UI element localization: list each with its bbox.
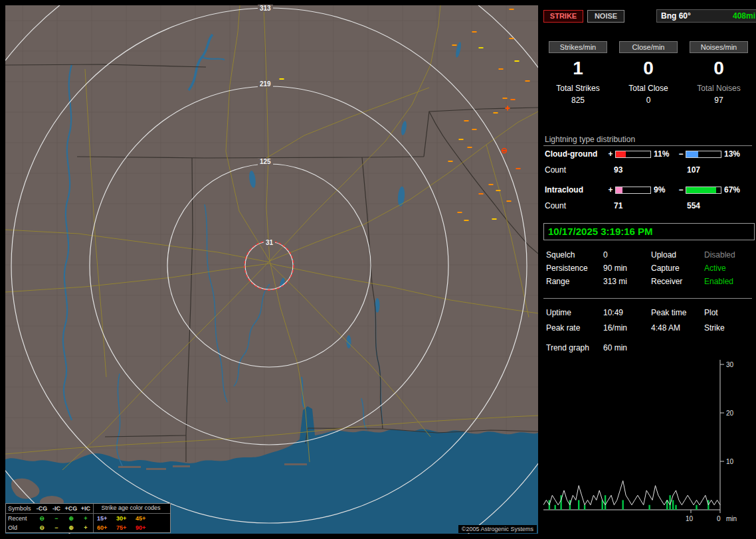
plot-label: Plot xyxy=(704,308,752,317)
cg-minus-count: 107 xyxy=(687,165,756,175)
divider xyxy=(543,145,752,146)
noises-per-min-chip: Noises/min xyxy=(690,41,748,53)
x-tick-10: 10 xyxy=(686,515,694,522)
cg-plus-percent: 11% xyxy=(654,149,678,159)
bearing-label: Bng 60° xyxy=(661,10,691,22)
cg-minus-percent: 13% xyxy=(724,149,748,159)
ic-plus-bar xyxy=(615,187,651,194)
legend-recent-label: Recent xyxy=(8,515,35,522)
legend-age-title: Strike age color codes xyxy=(93,504,168,513)
neg-ic-symbol: − xyxy=(49,515,64,522)
uptime-label: Uptime xyxy=(546,308,603,317)
ic-minus-count: 554 xyxy=(687,201,756,210)
bearing-readout: Bng 60° 408mi xyxy=(656,9,756,23)
close-column: Close/min 0 Total Close 0 xyxy=(614,41,683,105)
intracloud-label: Intracloud xyxy=(545,185,607,194)
pos-cg-symbol: ⊕ xyxy=(64,515,78,522)
peak-time-label: Peak time xyxy=(651,308,704,317)
legend-col-neg-cg: -CG xyxy=(35,505,49,512)
upload-status: Disabled xyxy=(704,250,752,260)
map-view[interactable]: 313 219 125 31 Symbols -CG -IC +CG +IC S… xyxy=(5,5,538,534)
age-code: 60+ xyxy=(97,524,116,531)
total-noises-value: 97 xyxy=(684,96,753,105)
map-legend: Symbols -CG -IC +CG +IC Strike age color… xyxy=(5,503,171,533)
minus-sign: − xyxy=(678,149,684,159)
total-noises-label: Total Noises xyxy=(684,84,753,93)
range-value: 313 mi xyxy=(603,277,651,286)
stats-row: Peak rate 16/min 4:48 AM Strike xyxy=(546,323,752,333)
ic-minus-bar xyxy=(686,187,721,194)
ic-minus-bar-fill xyxy=(686,187,716,193)
settings-row: Range 313 mi Receiver Enabled xyxy=(546,277,752,286)
trend-window-value: 60 min xyxy=(603,343,627,352)
peak-time-value: 4:48 AM xyxy=(651,323,704,333)
trend-label-row: Trend graph 60 min xyxy=(546,343,627,352)
range-label: Range xyxy=(546,277,603,286)
noises-column: Noises/min 0 Total Noises 97 xyxy=(684,41,753,105)
close-per-min-value: 0 xyxy=(614,57,683,80)
y-tick-30: 30 xyxy=(726,361,734,368)
neg-cg-symbol: ⊖ xyxy=(35,524,49,531)
range-ring-label: 125 xyxy=(258,158,273,165)
total-close-value: 0 xyxy=(614,96,683,105)
total-close-label: Total Close xyxy=(614,84,683,93)
pos-ic-symbol: + xyxy=(78,515,93,522)
x-tick-0: 0 xyxy=(717,515,721,522)
bearing-distance: 408mi xyxy=(733,10,755,22)
count-label: Count xyxy=(545,201,614,210)
strikes-column: Strikes/min 1 Total Strikes 825 xyxy=(543,41,613,105)
minus-sign: − xyxy=(678,185,684,194)
capture-label: Capture xyxy=(651,264,704,273)
squelch-label: Squelch xyxy=(546,250,603,260)
cloud-ground-label: Cloud-ground xyxy=(545,149,607,159)
datetime-display: 10/17/2025 3:19:16 PM xyxy=(543,223,755,240)
trend-green-bars xyxy=(549,495,709,510)
y-tick-10: 10 xyxy=(726,458,734,465)
legend-header-row: Symbols -CG -IC +CG +IC Strike age color… xyxy=(6,504,170,514)
legend-recent-ages: 15+ 30+ 45+ xyxy=(93,514,168,523)
x-unit-label: min xyxy=(726,515,737,522)
legend-col-pos-ic: +IC xyxy=(78,505,93,512)
total-strikes-label: Total Strikes xyxy=(543,84,613,93)
trend-graph: 30 20 10 10 0 min xyxy=(543,357,743,530)
cg-plus-bar xyxy=(615,151,651,158)
plus-sign: + xyxy=(607,185,614,194)
legend-recent-row: Recent ⊖ − ⊕ + 15+ 30+ 45+ xyxy=(6,514,170,523)
side-panel: STRIKE NOISE Bng 60° 408mi Strikes/min 1… xyxy=(542,0,756,539)
ic-plus-bar-fill xyxy=(616,187,622,193)
receiver-label: Receiver xyxy=(651,277,704,286)
range-ring-label: 31 xyxy=(264,239,275,246)
plot-mode-value: Strike xyxy=(704,323,752,333)
upload-label: Upload xyxy=(651,250,704,260)
strike-button[interactable]: STRIKE xyxy=(543,10,583,23)
pos-ic-symbol: + xyxy=(78,524,93,531)
settings-row: Squelch 0 Upload Disabled xyxy=(546,250,752,260)
pos-cg-symbol: ⊕ xyxy=(64,524,78,531)
peak-rate-label: Peak rate xyxy=(546,323,603,333)
legend-old-ages: 60+ 75+ 90+ xyxy=(93,523,168,532)
age-code: 15+ xyxy=(97,515,116,522)
capture-status: Active xyxy=(704,264,752,273)
cg-plus-count: 93 xyxy=(614,165,687,175)
settings-row: Persistence 90 min Capture Active xyxy=(546,264,752,273)
cg-plus-bar-fill xyxy=(616,151,626,157)
cg-count-row: Count 93 107 xyxy=(545,165,756,175)
uptime-value: 10:49 xyxy=(603,308,651,317)
stats-row: Uptime 10:49 Peak time Plot xyxy=(546,308,752,317)
neg-ic-symbol: − xyxy=(49,524,64,531)
strikes-per-min-chip: Strikes/min xyxy=(549,41,607,53)
distribution-title: Lightning type distribution xyxy=(545,135,635,144)
noise-button[interactable]: NOISE xyxy=(587,10,624,23)
range-ring-label: 313 xyxy=(258,5,273,12)
ic-plus-percent: 9% xyxy=(654,185,678,194)
legend-col-pos-cg: +CG xyxy=(64,505,78,512)
cg-minus-bar-fill xyxy=(686,151,698,157)
close-per-min-chip: Close/min xyxy=(619,41,678,53)
squelch-value: 0 xyxy=(603,250,651,260)
neg-cg-symbol: ⊖ xyxy=(35,515,49,522)
age-code: 30+ xyxy=(116,515,136,522)
intracloud-row: Intracloud + 9% − 67% xyxy=(545,185,755,194)
strikes-per-min-value: 1 xyxy=(543,57,613,80)
range-ring-label: 219 xyxy=(258,80,273,88)
peak-rate-value: 16/min xyxy=(603,323,651,333)
